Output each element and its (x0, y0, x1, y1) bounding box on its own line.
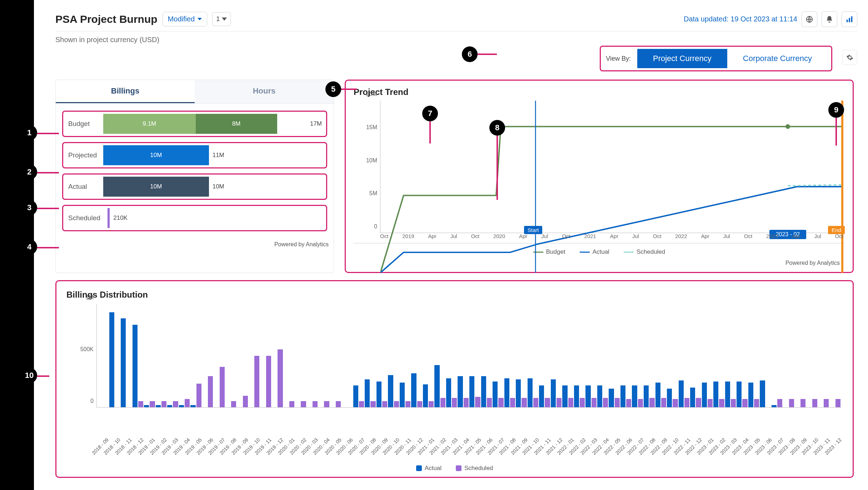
analytics-button[interactable] (842, 11, 857, 27)
gear-icon (846, 54, 853, 61)
y-tick-10m: 10M (366, 157, 377, 164)
actual-label: Actual (66, 183, 103, 191)
dist-scheduled-bar (429, 401, 434, 407)
dist-scheduled-bar (557, 398, 562, 407)
dist-month-group (667, 304, 678, 407)
tab-hours[interactable]: Hours (195, 80, 334, 103)
scheduled-track: 210K (103, 208, 323, 228)
dist-actual-bar (713, 382, 718, 407)
notifications-button[interactable] (822, 11, 837, 27)
trend-x-tick: Apr (792, 233, 800, 243)
dist-month-group (121, 304, 132, 407)
dist-actual-bar (144, 405, 149, 407)
modified-dropdown[interactable]: Modified (163, 12, 208, 26)
funnel-icon (222, 17, 227, 21)
annotation-6: 6 (462, 46, 478, 62)
dist-scheduled-bar (522, 398, 527, 407)
annotation-10: 10 (21, 368, 37, 383)
dist-scheduled-bar (231, 401, 236, 407)
dist-month-group (585, 304, 597, 407)
dist-title: Billings Distribution (66, 290, 843, 300)
dist-month-group (109, 304, 120, 407)
dist-actual-bar (528, 378, 533, 407)
dist-scheduled-bar (161, 401, 166, 407)
dist-month-group (423, 304, 434, 407)
dist-actual-bar (597, 385, 602, 407)
viewby-box: View By: Project Currency Corporate Curr… (600, 46, 832, 71)
dist-actual-bar (167, 405, 172, 407)
trend-x-tick: Jul (632, 233, 639, 243)
dist-y-500k: 500K (80, 346, 94, 353)
dist-scheduled-bar (382, 401, 387, 407)
dist-actual-bar (493, 382, 498, 407)
viewby-project-currency[interactable]: Project Currency (637, 49, 727, 68)
dist-actual-bar (109, 312, 114, 407)
trend-x-tick: 2023 (766, 233, 778, 243)
dist-month-group (98, 304, 109, 407)
dist-scheduled-bar (835, 399, 840, 407)
dist-month-group (609, 304, 620, 407)
trend-x-tick: Jul (723, 233, 730, 243)
dist-scheduled-bar (464, 398, 469, 407)
filter-count: 1 (216, 15, 220, 23)
dist-scheduled-bar (440, 398, 445, 407)
bars-section: Budget 9.1M 8M 17M Projected 10M 11M (56, 103, 334, 239)
dist-y-1m: 1M (86, 294, 94, 301)
dist-month-group (725, 304, 736, 407)
dist-scheduled-bar (185, 399, 190, 407)
dist-scheduled-bar (580, 398, 585, 407)
dist-scheduled-bar (278, 349, 283, 407)
scheduled-label: Scheduled (66, 214, 103, 222)
bar-row-scheduled: Scheduled 210K (62, 205, 327, 231)
tab-billings[interactable]: Billings (56, 80, 195, 103)
dist-legend-scheduled: Scheduled (456, 465, 493, 472)
budget-total: 17M (310, 120, 322, 127)
dist-actual-bar (655, 383, 660, 407)
dist-month-group (411, 304, 422, 407)
dist-month-group (783, 304, 794, 407)
dist-month-group (655, 304, 667, 407)
dist-actual-bar (620, 385, 625, 407)
dist-month-group (272, 304, 283, 407)
projected-label: Projected (66, 151, 103, 159)
dist-actual-bar (690, 388, 695, 407)
project-trend-panel: Project Trend 7 8 9 0 5M 10M 15M 20M (345, 80, 854, 273)
dist-month-group (365, 304, 376, 407)
dist-month-group (260, 304, 271, 407)
trend-x-tick: 2019 (402, 233, 414, 243)
header-left: PSA Project Burnup Modified 1 (55, 12, 231, 26)
dist-actual-bar (760, 380, 765, 407)
annotation-8: 8 (489, 120, 505, 136)
refresh-button[interactable] (802, 11, 817, 27)
dist-month-group (284, 304, 295, 407)
dist-month-group (353, 304, 364, 407)
dist-scheduled-bar (789, 399, 794, 407)
dist-scheduled-bar (754, 399, 759, 407)
dist-month-group (225, 304, 236, 407)
settings-button[interactable] (842, 50, 857, 65)
dist-month-group (307, 304, 318, 407)
bar-row-actual: Actual 10M 10M (62, 173, 327, 200)
dist-actual-bar (156, 405, 161, 407)
dist-scheduled-bar (475, 397, 480, 407)
dist-actual-bar (725, 382, 730, 407)
filter-dropdown[interactable]: 1 (212, 12, 231, 26)
data-updated-text: Data updated: 19 Oct 2023 at 11:14 (684, 15, 797, 23)
trend-x-tick: Oct (380, 233, 388, 243)
viewby-corporate-currency[interactable]: Corporate Currency (727, 49, 828, 68)
billings-distribution-panel: Billings Distribution 0 500K 1M 2018 - 0… (55, 280, 854, 478)
dist-actual-bar (551, 379, 556, 407)
dist-scheduled-bar (510, 398, 515, 407)
trend-plot: Start End 2023 - 02 (380, 101, 843, 233)
dist-month-group (214, 304, 225, 407)
dist-actual-bar (469, 376, 474, 407)
dist-scheduled-bar (370, 401, 375, 407)
dist-month-group (434, 304, 445, 407)
dist-month-group (551, 304, 562, 407)
trend-x-tick: Jul (814, 233, 821, 243)
trend-x-tick: Oct (653, 233, 661, 243)
dist-y-axis: 0 500K 1M (66, 304, 95, 408)
dist-actual-bar (388, 375, 393, 407)
dist-scheduled-bar (661, 398, 666, 407)
annotation-9: 9 (828, 102, 844, 118)
